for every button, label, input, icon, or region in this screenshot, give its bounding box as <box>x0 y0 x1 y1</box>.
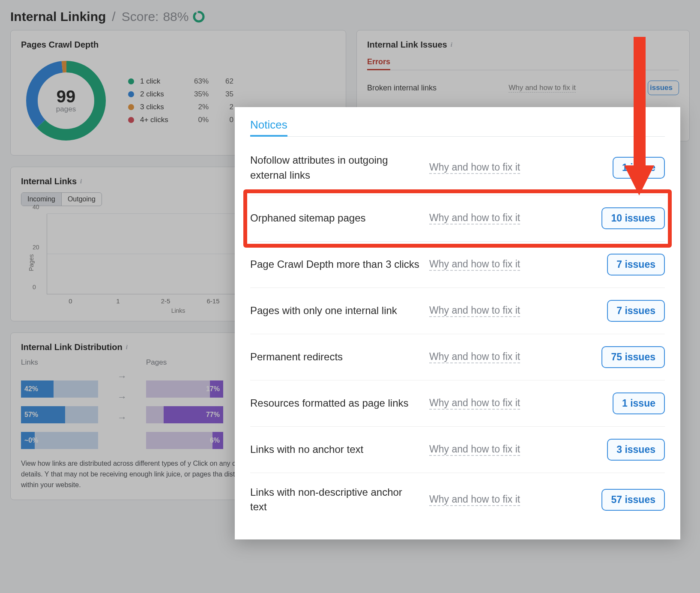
notice-count-pill[interactable]: 7 issues <box>607 254 665 276</box>
page-header: Internal Linking / Score: 88% <box>0 0 700 30</box>
arrow-right-icon: → <box>114 371 131 382</box>
pages-bar[interactable]: 77% <box>146 406 223 423</box>
notice-count-pill[interactable]: 57 issues <box>601 489 665 511</box>
xtick: 0 <box>47 297 94 305</box>
legend-row[interactable]: 1 click63%62 <box>128 77 233 86</box>
ytick: 20 <box>33 244 39 251</box>
legend-label: 2 clicks <box>140 90 177 99</box>
notice-name: Orphaned sitemap pages <box>250 211 422 226</box>
notice-count-pill[interactable]: 3 issues <box>607 439 665 461</box>
legend-dot-icon <box>128 91 134 97</box>
notice-name: Page Crawl Depth more than 3 clicks <box>250 257 422 272</box>
info-icon[interactable]: i <box>126 344 128 351</box>
notice-row: Nofollow attributes in outgoing external… <box>250 141 665 195</box>
xtick: 6-15 <box>189 297 237 305</box>
notice-name: Nofollow attributes in outgoing external… <box>250 153 422 183</box>
info-icon[interactable]: i <box>80 178 82 185</box>
card-title-issues: Internal Link Issues <box>367 40 447 50</box>
card-title-distribution: Internal Link Distribution <box>21 342 123 352</box>
ytick: 0 <box>33 284 36 291</box>
legend-count: 2 <box>215 103 233 111</box>
dist-mid-header: Pages <box>146 358 223 367</box>
card-title-internal-links: Internal Links <box>21 177 77 186</box>
issue-name: Broken internal links <box>367 84 437 93</box>
legend-dot-icon <box>128 117 134 123</box>
notice-row: Resources formatted as page linksWhy and… <box>250 380 665 427</box>
legend-row[interactable]: 3 clicks2%2 <box>128 103 233 111</box>
why-and-how-link[interactable]: Why and how to fix it <box>429 212 520 225</box>
legend-count: 0 <box>215 116 233 124</box>
legend-label: 1 click <box>140 77 177 86</box>
notice-count-pill[interactable]: 7 issues <box>607 300 665 322</box>
notice-row: Orphaned sitemap pagesWhy and how to fix… <box>250 195 665 242</box>
legend-label: 3 clicks <box>140 103 177 111</box>
legend-label: 4+ clicks <box>140 116 177 124</box>
card-title-crawl-depth: Pages Crawl Depth <box>21 40 99 50</box>
dist-left-header: Links <box>21 358 98 367</box>
links-bar[interactable]: 57% <box>21 406 98 423</box>
notice-row: Page Crawl Depth more than 3 clicksWhy a… <box>250 242 665 288</box>
legend-count: 35 <box>215 90 233 99</box>
score-label: Score: <box>122 9 159 24</box>
legend-row[interactable]: 2 clicks35%35 <box>128 90 233 99</box>
notice-count-pill[interactable]: 75 issues <box>601 346 665 368</box>
tab-incoming[interactable]: Incoming <box>21 193 61 206</box>
notice-count-pill[interactable]: 1 issue <box>613 392 665 414</box>
notices-popup: Notices Nofollow attributes in outgoing … <box>235 107 680 539</box>
links-bar[interactable]: 42% <box>21 380 98 398</box>
issue-count-pill[interactable]: issues <box>648 81 679 95</box>
why-and-how-link[interactable]: Why and how to fix it <box>509 84 576 93</box>
why-and-how-link[interactable]: Why and how to fix it <box>429 258 520 271</box>
donut-center-label: pages <box>56 105 76 114</box>
pages-bar[interactable]: 17% <box>146 380 223 398</box>
legend-dot-icon <box>128 78 134 84</box>
legend-dot-icon <box>128 104 134 110</box>
legend-pct: 0% <box>183 116 209 124</box>
breadcrumb-slash: / <box>112 9 115 24</box>
notice-name: Permanent redirects <box>250 350 422 365</box>
why-and-how-link[interactable]: Why and how to fix it <box>429 162 520 174</box>
legend-pct: 2% <box>183 103 209 111</box>
why-and-how-link[interactable]: Why and how to fix it <box>429 494 520 506</box>
legend-count: 62 <box>215 77 233 86</box>
legend-pct: 63% <box>183 77 209 86</box>
links-bar[interactable]: ~0% <box>21 432 98 449</box>
pages-bar[interactable]: 6% <box>146 432 223 449</box>
notice-name: Links with non-descriptive anchor text <box>250 485 422 515</box>
issue-row-broken-links: Broken internal links Why and how to fix… <box>367 76 679 99</box>
barchart-ylabel: Pages <box>28 254 35 271</box>
ytick: 40 <box>33 204 39 210</box>
why-and-how-link[interactable]: Why and how to fix it <box>429 351 520 363</box>
legend-row[interactable]: 4+ clicks0%0 <box>128 116 233 124</box>
crawl-depth-legend: 1 click63%622 clicks35%353 clicks2%24+ c… <box>128 77 233 124</box>
notice-count-pill[interactable]: 10 issues <box>601 207 665 229</box>
notice-name: Links with no anchor text <box>250 442 422 457</box>
why-and-how-link[interactable]: Why and how to fix it <box>429 443 520 456</box>
info-icon[interactable]: i <box>451 41 452 48</box>
donut-center-value: 99 <box>57 88 76 105</box>
tab-outgoing[interactable]: Outgoing <box>61 193 102 206</box>
crawl-depth-donut[interactable]: 99 pages <box>21 56 111 146</box>
notice-row: Pages with only one internal linkWhy and… <box>250 288 665 334</box>
svg-point-1 <box>194 12 203 21</box>
notice-row: Links with no anchor textWhy and how to … <box>250 427 665 473</box>
xtick: 2-5 <box>142 297 189 305</box>
why-and-how-link[interactable]: Why and how to fix it <box>429 305 520 317</box>
score-ring-icon <box>193 11 205 23</box>
notice-name: Pages with only one internal link <box>250 303 422 318</box>
tab-errors[interactable]: Errors <box>367 57 390 70</box>
notice-name: Resources formatted as page links <box>250 396 422 411</box>
notice-row: Links with non-descriptive anchor textWh… <box>250 473 665 527</box>
legend-pct: 35% <box>183 90 209 99</box>
page-title: Internal Linking <box>10 9 106 24</box>
tab-notices[interactable]: Notices <box>250 118 287 137</box>
why-and-how-link[interactable]: Why and how to fix it <box>429 397 520 410</box>
arrow-right-icon: → <box>114 392 131 403</box>
notice-count-pill[interactable]: 1 issue <box>613 157 665 179</box>
arrow-right-icon: → <box>114 412 131 423</box>
notice-row: Permanent redirectsWhy and how to fix it… <box>250 334 665 380</box>
score-value: 88% <box>163 9 188 24</box>
xtick: 1 <box>94 297 142 305</box>
